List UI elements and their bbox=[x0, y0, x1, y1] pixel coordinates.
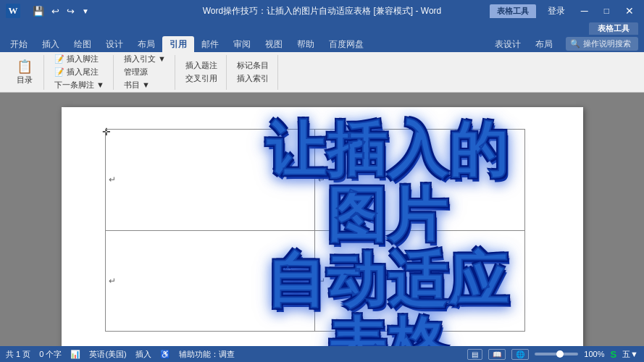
table-cell-2-1: ↵ bbox=[105, 230, 315, 332]
window-title: Word操作技巧：让插入的图片自动适应表格 [兼容模式] - Word bbox=[203, 5, 442, 17]
zoom-thumb[interactable] bbox=[556, 350, 564, 358]
ribbon-tabs: 开始 插入 绘图 设计 布局 引用 邮件 审阅 视图 帮助 百度网盘 表设计 布… bbox=[0, 35, 644, 52]
app-controls-right: 五▼ bbox=[622, 349, 638, 360]
view-mode-print[interactable]: ▤ bbox=[467, 349, 482, 360]
login-button[interactable]: 登录 bbox=[543, 4, 569, 19]
ribbon-group-toc: 📋 目录 bbox=[6, 55, 44, 90]
footnote-buttons: 📝 插入脚注 📝 插入尾注 下一条脚注 ▼ bbox=[51, 53, 107, 91]
ribbon-group-footnote: 📝 插入脚注 📝 插入尾注 下一条脚注 ▼ bbox=[46, 55, 114, 90]
insert-footnote-btn[interactable]: 📝 插入脚注 bbox=[51, 53, 107, 65]
status-bar-right: ▤ 📖 🌐 100% S 五▼ bbox=[467, 349, 638, 360]
cross-reference-btn[interactable]: 交叉引用 bbox=[183, 72, 220, 85]
caption-buttons: 插入题注 交叉引用 bbox=[183, 59, 220, 85]
tab-help[interactable]: 帮助 bbox=[290, 36, 322, 52]
table-cell-1-1: ↵ bbox=[105, 130, 315, 231]
tab-draw[interactable]: 绘图 bbox=[67, 36, 99, 52]
word-count-icon: 📊 bbox=[70, 350, 80, 359]
manage-sources-btn[interactable]: 管理源 bbox=[121, 66, 169, 78]
table-tools-bar: 表格工具 bbox=[0, 22, 644, 35]
language: 英语(美国) bbox=[89, 349, 126, 360]
minimize-button[interactable]: ─ bbox=[577, 4, 593, 18]
table-cell-2-2: ↵ bbox=[315, 230, 525, 332]
mark-entry-btn[interactable]: 标记条目 bbox=[234, 59, 272, 72]
insert-citation-btn[interactable]: 插入引文 ▼ bbox=[121, 53, 169, 65]
word-app-icon: W bbox=[6, 4, 20, 18]
toc-icon: 📋 bbox=[17, 59, 33, 75]
table-tools-label: 表格工具 bbox=[490, 4, 536, 18]
tab-review[interactable]: 审阅 bbox=[226, 36, 258, 52]
accessibility-icon: ♿ bbox=[160, 350, 170, 359]
search-box[interactable]: 🔍 操作说明搜索 bbox=[566, 37, 638, 51]
insert-endnote-btn[interactable]: 📝 插入尾注 bbox=[51, 66, 107, 78]
index-buttons: 标记条目 插入索引 bbox=[234, 59, 272, 85]
table-row: ↵ ↵ bbox=[105, 230, 524, 332]
status-bar: 共 1 页 0 个字 📊 英语(美国) 插入 ♿ 辅助功能：调查 ▤ 📖 🌐 1… bbox=[0, 346, 644, 362]
view-mode-web[interactable]: 🌐 bbox=[511, 349, 529, 360]
title-bar-left: W 💾 ↩ ↪ ▼ bbox=[6, 4, 91, 18]
title-bar: W 💾 ↩ ↪ ▼ Word操作技巧：让插入的图片自动适应表格 [兼容模式] -… bbox=[0, 0, 644, 22]
undo-icon[interactable]: ↩ bbox=[49, 4, 62, 18]
insert-mode[interactable]: 插入 bbox=[135, 349, 151, 360]
ribbon-content: 📋 目录 📝 插入脚注 📝 插入尾注 下一条脚注 ▼ 插入引文 ▼ 管理源 bbox=[0, 52, 644, 93]
table-tools-section: 表格工具 bbox=[589, 22, 638, 35]
tab-mail[interactable]: 邮件 bbox=[194, 36, 226, 52]
page-count: 共 1 页 bbox=[6, 349, 30, 360]
insert-index-btn[interactable]: 插入索引 bbox=[234, 72, 272, 85]
tab-layout[interactable]: 布局 bbox=[130, 36, 162, 52]
accessibility-label: 辅助功能：调查 bbox=[179, 349, 235, 360]
tab-table-layout[interactable]: 布局 bbox=[528, 36, 560, 52]
cell-return-arrow: ↵ bbox=[315, 273, 524, 289]
ribbon-group-caption: 插入题注 交叉引用 bbox=[177, 55, 227, 90]
cell-return-arrow: ↵ bbox=[106, 273, 315, 289]
toc-button[interactable]: 📋 目录 bbox=[12, 57, 38, 87]
tab-insert[interactable]: 插入 bbox=[35, 36, 67, 52]
search-icon: 🔍 bbox=[570, 39, 580, 49]
table-design-tabs: 表设计 布局 bbox=[488, 36, 560, 52]
brand-logo: S bbox=[610, 349, 616, 360]
bibliography-btn[interactable]: 书目 ▼ bbox=[121, 79, 169, 91]
cell-return-arrow: ↵ bbox=[106, 172, 315, 188]
footnote-icon: 📝 bbox=[54, 54, 64, 64]
quick-access-toolbar: 💾 ↩ ↪ ▼ bbox=[30, 4, 91, 18]
word-count: 0 个字 bbox=[39, 349, 62, 360]
tab-reference[interactable]: 引用 bbox=[162, 36, 194, 52]
restore-button[interactable]: □ bbox=[600, 4, 614, 17]
tab-start[interactable]: 开始 bbox=[3, 36, 35, 52]
tab-view[interactable]: 视图 bbox=[258, 36, 290, 52]
table-cell-1-2: ↵ bbox=[315, 130, 525, 231]
ribbon-group-index: 标记条目 插入索引 bbox=[228, 55, 278, 90]
endnote-icon: 📝 bbox=[54, 67, 64, 77]
citation-buttons: 插入引文 ▼ 管理源 书目 ▼ bbox=[121, 53, 169, 91]
close-button[interactable]: ✕ bbox=[621, 4, 638, 18]
save-icon[interactable]: 💾 bbox=[30, 4, 46, 18]
document-page: ✛ ↵ ↵ ↵ ↵ ↵ 让插入的图片自动适应表格 bbox=[62, 107, 583, 346]
title-bar-controls: 表格工具 登录 ─ □ ✕ bbox=[490, 4, 638, 19]
view-mode-read[interactable]: 📖 bbox=[488, 349, 506, 360]
search-label: 操作说明搜索 bbox=[583, 38, 631, 49]
cell-return-arrow: ↵ bbox=[315, 172, 524, 188]
next-footnote-btn[interactable]: 下一条脚注 ▼ bbox=[51, 79, 107, 91]
tab-design[interactable]: 设计 bbox=[99, 36, 130, 52]
tab-table-design[interactable]: 表设计 bbox=[488, 36, 528, 52]
insert-caption-btn[interactable]: 插入题注 bbox=[183, 59, 220, 72]
document-table: ↵ ↵ ↵ ↵ bbox=[105, 129, 525, 332]
zoom-slider[interactable] bbox=[535, 353, 578, 355]
table-row: ↵ ↵ bbox=[105, 130, 524, 231]
ribbon-group-citation: 插入引文 ▼ 管理源 书目 ▼ bbox=[115, 55, 175, 90]
zoom-percent[interactable]: 100% bbox=[584, 350, 604, 358]
customize-qa-icon[interactable]: ▼ bbox=[80, 6, 91, 17]
document-area: ✛ ↵ ↵ ↵ ↵ ↵ 让插入的图片自动适应表格 bbox=[0, 93, 644, 346]
redo-icon[interactable]: ↪ bbox=[64, 4, 77, 18]
tab-baidu[interactable]: 百度网盘 bbox=[322, 36, 371, 52]
